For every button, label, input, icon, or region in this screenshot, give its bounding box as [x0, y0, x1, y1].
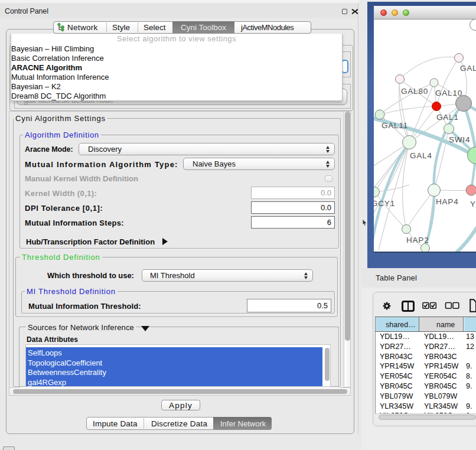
svg-text:Y: Y [470, 200, 476, 208]
svg-text:GAL11: GAL11 [382, 121, 408, 130]
svg-text:GAL2: GAL2 [460, 64, 476, 73]
svg-text:HAP4: HAP4 [436, 197, 458, 206]
svg-text:GAL4: GAL4 [410, 151, 432, 160]
svg-text:SWI4: SWI4 [449, 135, 470, 144]
svg-text:GAL1: GAL1 [436, 113, 459, 122]
svg-text:HAP2: HAP2 [406, 236, 429, 244]
svg-text:GAL80: GAL80 [401, 87, 428, 96]
svg-text:GAL10: GAL10 [435, 89, 462, 97]
svg-text:GCY1: GCY1 [374, 199, 395, 208]
